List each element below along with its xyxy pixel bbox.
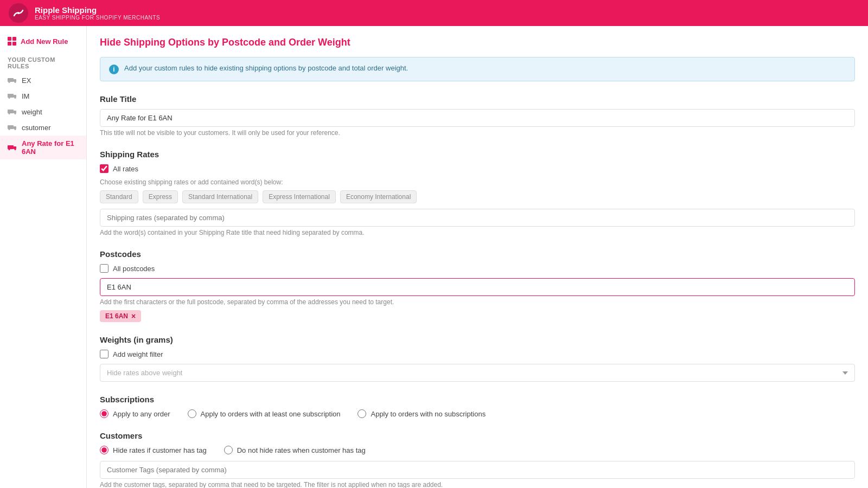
svg-point-3 (9, 81, 10, 83)
page-title: Hide Shipping Options by Postcode and Or… (100, 37, 855, 48)
sub-any-order-row: Apply to any order (100, 409, 170, 418)
add-new-rule-button[interactable]: Add New Rule (0, 33, 86, 50)
postcode-tag: E1 6AN × (100, 310, 141, 322)
customer-tags-input[interactable] (100, 461, 855, 479)
truck-icon-weight (8, 108, 17, 116)
truck-icon-ex (8, 76, 17, 85)
sidebar-item-weight[interactable]: weight (0, 104, 86, 120)
svg-rect-5 (8, 94, 14, 98)
sidebar-item-csutomer[interactable]: csutomer (0, 120, 86, 136)
svg-point-8 (15, 97, 16, 99)
add-weight-filter-row: Add weight filter (100, 350, 855, 358)
main-content: Hide Shipping Options by Postcode and Or… (87, 26, 868, 488)
sub-at-least-one-row: Apply to orders with at least one subscr… (188, 409, 341, 418)
all-rates-row: All rates (100, 164, 855, 173)
svg-point-4 (15, 81, 16, 83)
sub-no-subscriptions-label: Apply to orders with no subscriptions (371, 410, 486, 418)
sidebar-item-label-csutomer: csutomer (22, 124, 50, 132)
add-weight-filter-checkbox[interactable] (100, 350, 108, 358)
all-rates-checkbox[interactable] (100, 164, 108, 173)
all-postcodes-checkbox[interactable] (100, 264, 108, 273)
sub-no-subscriptions-radio[interactable] (358, 409, 366, 418)
rule-title-section: Rule Title This title will not be visibl… (100, 94, 855, 137)
customer-tags-helper: Add the customer tags, separated by comm… (100, 481, 855, 488)
cust-do-not-hide-row: Do not hide rates when customer has tag (224, 446, 366, 454)
subscriptions-label: Subscriptions (100, 395, 855, 404)
svg-rect-1 (8, 78, 14, 82)
sidebar: Add New Rule Your Custom Rules EX IM wei… (0, 26, 87, 488)
postcode-tag-value: E1 6AN (105, 312, 128, 320)
svg-rect-17 (8, 145, 14, 149)
cust-do-not-hide-radio[interactable] (224, 446, 233, 454)
rate-chip-economy-intl[interactable]: Economy International (340, 190, 417, 203)
weights-section: Weights (in grams) Add weight filter Hid… (100, 335, 855, 382)
truck-icon-any-rate (8, 144, 17, 152)
svg-point-15 (9, 129, 10, 130)
add-weight-filter-label: Add weight filter (113, 350, 163, 358)
rule-title-input[interactable] (100, 109, 855, 127)
all-postcodes-label: All postcodes (113, 265, 155, 273)
sub-at-least-one-label: Apply to orders with at least one subscr… (201, 410, 341, 418)
sub-at-least-one-radio[interactable] (188, 409, 196, 418)
svg-point-11 (9, 113, 10, 114)
rate-chip-express[interactable]: Express (143, 190, 178, 203)
postcode-helper: Add the first characters or the full pos… (100, 298, 855, 306)
sidebar-item-label-ex: EX (22, 76, 31, 85)
sidebar-item-label-weight: weight (22, 108, 42, 116)
all-rates-label: All rates (113, 165, 138, 173)
shipping-rates-input[interactable] (100, 209, 855, 227)
info-icon: i (109, 65, 119, 74)
customers-label: Customers (100, 431, 855, 440)
sub-any-order-radio[interactable] (100, 409, 108, 418)
info-banner-text: Add your custom rules to hide existing s… (124, 64, 408, 72)
postcode-tag-close[interactable]: × (131, 312, 136, 320)
subscriptions-section: Subscriptions Apply to any order Apply t… (100, 395, 855, 418)
customers-radio-group: Hide rates if customer has tag Do not hi… (100, 446, 855, 454)
svg-point-7 (9, 97, 10, 99)
rate-chip-express-intl[interactable]: Express International (263, 190, 336, 203)
weight-select[interactable]: Hide rates above weight (100, 364, 855, 382)
info-banner: i Add your custom rules to hide existing… (100, 57, 855, 81)
customers-section: Customers Hide rates if customer has tag… (100, 431, 855, 488)
truck-icon-im (8, 92, 17, 100)
shipping-rates-label: Shipping Rates (100, 150, 855, 159)
cust-hide-if-tag-row: Hide rates if customer has tag (100, 446, 207, 454)
subscriptions-radio-group: Apply to any order Apply to orders with … (100, 409, 855, 418)
svg-rect-9 (8, 110, 14, 113)
rule-title-label: Rule Title (100, 94, 855, 104)
rate-chip-standard-intl[interactable]: Standard International (182, 190, 258, 203)
svg-point-20 (15, 149, 16, 150)
app-logo (9, 3, 28, 23)
sub-any-order-label: Apply to any order (113, 410, 170, 418)
shipping-rates-helper: Add the word(s) contained in your Shippi… (100, 229, 855, 236)
app-subtitle: Easy Shipping for Shopify Merchants (35, 15, 160, 21)
sidebar-section-label: Your Custom Rules (0, 50, 86, 73)
app-header: Ripple Shipping Easy Shipping for Shopif… (0, 0, 868, 26)
rate-chips-container: Standard Express Standard International … (100, 190, 855, 203)
truck-icon-csutomer (8, 124, 17, 132)
postcodes-section: Postcodes All postcodes Add the first ch… (100, 249, 855, 322)
sidebar-item-im[interactable]: IM (0, 88, 86, 104)
shipping-rates-section: Shipping Rates All rates Choose existing… (100, 150, 855, 236)
cust-hide-if-tag-label: Hide rates if customer has tag (113, 446, 207, 454)
cust-hide-if-tag-radio[interactable] (100, 446, 108, 454)
postcodes-label: Postcodes (100, 249, 855, 259)
sidebar-item-label-any-rate: Any Rate for E1 6AN (22, 139, 79, 156)
svg-rect-13 (8, 125, 14, 129)
cust-do-not-hide-label: Do not hide rates when customer has tag (237, 446, 366, 454)
svg-point-12 (15, 113, 16, 114)
choose-rates-text: Choose existing shipping rates or add co… (100, 178, 855, 186)
svg-point-0 (17, 12, 20, 14)
all-postcodes-row: All postcodes (100, 264, 855, 273)
sidebar-item-ex[interactable]: EX (0, 73, 86, 88)
postcode-input[interactable] (100, 278, 855, 296)
sidebar-item-label-im: IM (22, 92, 29, 100)
grid-icon (8, 37, 16, 46)
sub-no-subscriptions-row: Apply to orders with no subscriptions (358, 409, 486, 418)
rate-chip-standard[interactable]: Standard (100, 190, 138, 203)
svg-point-19 (9, 149, 10, 150)
weights-label: Weights (in grams) (100, 335, 855, 344)
sidebar-item-any-rate[interactable]: Any Rate for E1 6AN (0, 136, 86, 159)
app-name: Ripple Shipping (35, 5, 160, 15)
svg-point-16 (15, 129, 16, 130)
